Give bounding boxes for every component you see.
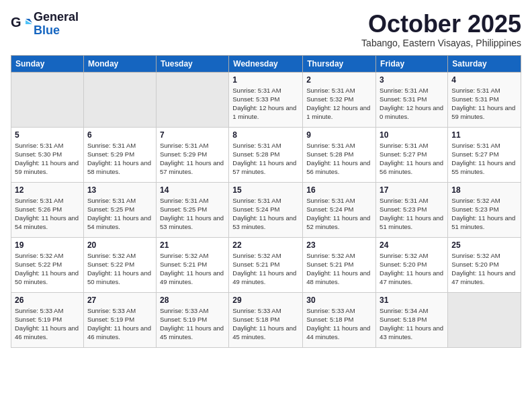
day-info: Sunrise: 5:31 AMSunset: 5:25 PMDaylight:… — [160, 196, 225, 232]
day-number: 20 — [87, 240, 152, 250]
calendar-cell — [156, 72, 228, 127]
day-info: Sunrise: 5:31 AMSunset: 5:25 PMDaylight:… — [87, 196, 152, 232]
day-number: 8 — [232, 130, 299, 140]
calendar-cell: 18Sunrise: 5:32 AMSunset: 5:23 PMDayligh… — [448, 182, 521, 237]
day-info: Sunrise: 5:32 AMSunset: 5:23 PMDaylight:… — [451, 196, 517, 232]
day-info: Sunrise: 5:32 AMSunset: 5:21 PMDaylight:… — [232, 251, 299, 287]
day-number: 16 — [306, 185, 372, 195]
week-row-1: 1Sunrise: 5:31 AMSunset: 5:33 PMDaylight… — [11, 72, 521, 127]
day-info: Sunrise: 5:32 AMSunset: 5:22 PMDaylight:… — [15, 251, 80, 287]
day-info: Sunrise: 5:33 AMSunset: 5:19 PMDaylight:… — [15, 306, 80, 342]
weekday-header-row: SundayMondayTuesdayWednesdayThursdayFrid… — [11, 55, 521, 72]
month-title: October 2025 — [361, 11, 521, 38]
weekday-sunday: Sunday — [11, 55, 84, 72]
calendar-cell: 8Sunrise: 5:31 AMSunset: 5:28 PMDaylight… — [229, 127, 303, 182]
weekday-wednesday: Wednesday — [229, 55, 303, 72]
day-info: Sunrise: 5:31 AMSunset: 5:32 PMDaylight:… — [306, 86, 372, 122]
calendar-cell: 25Sunrise: 5:32 AMSunset: 5:20 PMDayligh… — [448, 237, 521, 292]
week-row-3: 12Sunrise: 5:31 AMSunset: 5:26 PMDayligh… — [11, 182, 521, 237]
weekday-friday: Friday — [376, 55, 448, 72]
day-number: 22 — [232, 240, 299, 250]
calendar-cell: 23Sunrise: 5:32 AMSunset: 5:21 PMDayligh… — [303, 237, 376, 292]
day-number: 12 — [15, 185, 80, 195]
day-number: 19 — [15, 240, 80, 250]
calendar-cell: 10Sunrise: 5:31 AMSunset: 5:27 PMDayligh… — [376, 127, 448, 182]
day-number: 29 — [232, 295, 299, 305]
day-info: Sunrise: 5:31 AMSunset: 5:24 PMDaylight:… — [232, 196, 299, 232]
calendar-cell: 14Sunrise: 5:31 AMSunset: 5:25 PMDayligh… — [156, 182, 228, 237]
day-info: Sunrise: 5:31 AMSunset: 5:27 PMDaylight:… — [380, 141, 444, 177]
day-number: 15 — [232, 185, 299, 195]
day-info: Sunrise: 5:33 AMSunset: 5:18 PMDaylight:… — [306, 306, 372, 342]
weekday-saturday: Saturday — [448, 55, 521, 72]
day-info: Sunrise: 5:31 AMSunset: 5:28 PMDaylight:… — [306, 141, 372, 177]
day-info: Sunrise: 5:33 AMSunset: 5:19 PMDaylight:… — [87, 306, 152, 342]
calendar-cell: 28Sunrise: 5:33 AMSunset: 5:19 PMDayligh… — [156, 292, 228, 347]
calendar-cell: 1Sunrise: 5:31 AMSunset: 5:33 PMDaylight… — [229, 72, 303, 127]
day-number: 23 — [306, 240, 372, 250]
calendar-cell: 3Sunrise: 5:31 AMSunset: 5:31 PMDaylight… — [376, 72, 448, 127]
calendar-cell: 4Sunrise: 5:31 AMSunset: 5:31 PMDaylight… — [448, 72, 521, 127]
calendar-cell: 30Sunrise: 5:33 AMSunset: 5:18 PMDayligh… — [303, 292, 376, 347]
day-number: 21 — [160, 240, 225, 250]
week-row-5: 26Sunrise: 5:33 AMSunset: 5:19 PMDayligh… — [11, 292, 521, 347]
day-number: 31 — [380, 295, 444, 305]
day-number: 27 — [87, 295, 152, 305]
day-info: Sunrise: 5:31 AMSunset: 5:29 PMDaylight:… — [87, 141, 152, 177]
day-number: 10 — [380, 130, 444, 140]
day-number: 1 — [232, 75, 299, 85]
day-info: Sunrise: 5:32 AMSunset: 5:21 PMDaylight:… — [306, 251, 372, 287]
day-info: Sunrise: 5:31 AMSunset: 5:24 PMDaylight:… — [306, 196, 372, 232]
logo: G General Blue — [11, 11, 79, 38]
calendar-cell: 27Sunrise: 5:33 AMSunset: 5:19 PMDayligh… — [83, 292, 156, 347]
day-info: Sunrise: 5:31 AMSunset: 5:27 PMDaylight:… — [451, 141, 517, 177]
day-info: Sunrise: 5:32 AMSunset: 5:22 PMDaylight:… — [87, 251, 152, 287]
day-number: 30 — [306, 295, 372, 305]
day-info: Sunrise: 5:31 AMSunset: 5:28 PMDaylight:… — [232, 141, 299, 177]
day-info: Sunrise: 5:31 AMSunset: 5:31 PMDaylight:… — [380, 86, 444, 122]
day-number: 26 — [15, 295, 80, 305]
calendar-cell: 15Sunrise: 5:31 AMSunset: 5:24 PMDayligh… — [229, 182, 303, 237]
day-info: Sunrise: 5:32 AMSunset: 5:20 PMDaylight:… — [451, 251, 517, 287]
calendar-cell: 7Sunrise: 5:31 AMSunset: 5:29 PMDaylight… — [156, 127, 228, 182]
day-number: 11 — [451, 130, 517, 140]
page-header: G General Blue October 2025 Tabango, Eas… — [11, 11, 521, 48]
day-info: Sunrise: 5:31 AMSunset: 5:23 PMDaylight:… — [380, 196, 444, 232]
day-info: Sunrise: 5:31 AMSunset: 5:30 PMDaylight:… — [15, 141, 80, 177]
calendar-cell: 5Sunrise: 5:31 AMSunset: 5:30 PMDaylight… — [11, 127, 84, 182]
calendar-cell — [448, 292, 521, 347]
day-number: 17 — [380, 185, 444, 195]
calendar-cell: 12Sunrise: 5:31 AMSunset: 5:26 PMDayligh… — [11, 182, 84, 237]
day-info: Sunrise: 5:31 AMSunset: 5:33 PMDaylight:… — [232, 86, 299, 122]
day-number: 28 — [160, 295, 225, 305]
week-row-2: 5Sunrise: 5:31 AMSunset: 5:30 PMDaylight… — [11, 127, 521, 182]
day-info: Sunrise: 5:33 AMSunset: 5:18 PMDaylight:… — [232, 306, 299, 342]
day-number: 9 — [306, 130, 372, 140]
calendar-cell: 11Sunrise: 5:31 AMSunset: 5:27 PMDayligh… — [448, 127, 521, 182]
day-info: Sunrise: 5:31 AMSunset: 5:29 PMDaylight:… — [160, 141, 225, 177]
day-info: Sunrise: 5:31 AMSunset: 5:31 PMDaylight:… — [451, 86, 517, 122]
svg-text:G: G — [11, 15, 21, 30]
weekday-monday: Monday — [83, 55, 156, 72]
day-number: 14 — [160, 185, 225, 195]
day-info: Sunrise: 5:32 AMSunset: 5:21 PMDaylight:… — [160, 251, 225, 287]
calendar-cell: 16Sunrise: 5:31 AMSunset: 5:24 PMDayligh… — [303, 182, 376, 237]
day-number: 24 — [380, 240, 444, 250]
calendar-cell: 26Sunrise: 5:33 AMSunset: 5:19 PMDayligh… — [11, 292, 84, 347]
title-block: October 2025 Tabango, Eastern Visayas, P… — [361, 11, 521, 48]
day-number: 7 — [160, 130, 225, 140]
logo-icon: G — [11, 13, 32, 35]
week-row-4: 19Sunrise: 5:32 AMSunset: 5:22 PMDayligh… — [11, 237, 521, 292]
calendar-cell: 20Sunrise: 5:32 AMSunset: 5:22 PMDayligh… — [83, 237, 156, 292]
day-info: Sunrise: 5:31 AMSunset: 5:26 PMDaylight:… — [15, 196, 80, 232]
day-number: 6 — [87, 130, 152, 140]
day-info: Sunrise: 5:33 AMSunset: 5:19 PMDaylight:… — [160, 306, 225, 342]
calendar-table: SundayMondayTuesdayWednesdayThursdayFrid… — [11, 55, 521, 348]
calendar-body: 1Sunrise: 5:31 AMSunset: 5:33 PMDaylight… — [11, 72, 521, 347]
day-number: 2 — [306, 75, 372, 85]
logo-general-text: General — [34, 11, 79, 24]
calendar-cell: 6Sunrise: 5:31 AMSunset: 5:29 PMDaylight… — [83, 127, 156, 182]
calendar-cell: 19Sunrise: 5:32 AMSunset: 5:22 PMDayligh… — [11, 237, 84, 292]
day-number: 18 — [451, 185, 517, 195]
calendar-cell: 2Sunrise: 5:31 AMSunset: 5:32 PMDaylight… — [303, 72, 376, 127]
